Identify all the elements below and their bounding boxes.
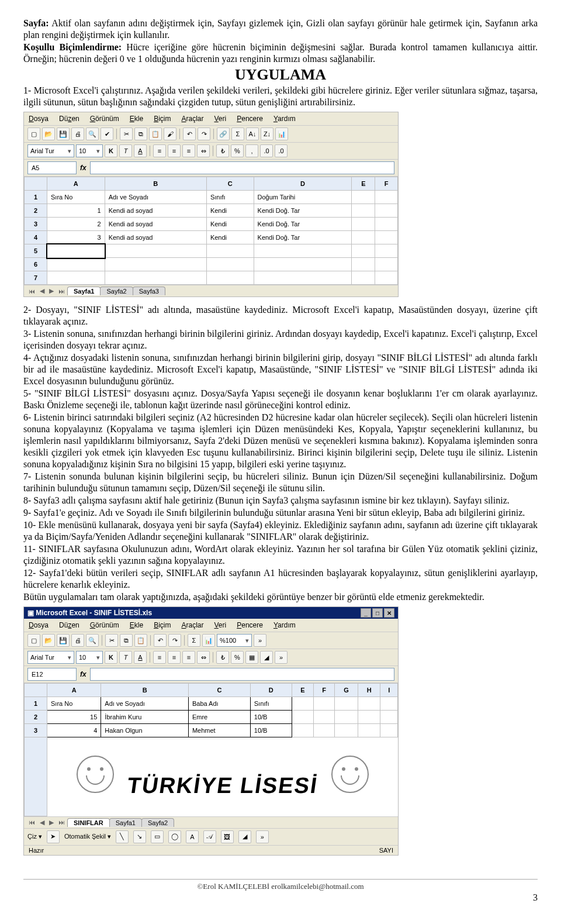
comma-icon[interactable]: , <box>245 144 258 157</box>
menu-item[interactable]: Pencere <box>237 621 263 629</box>
formula-bar[interactable] <box>90 668 394 681</box>
menu-item[interactable]: Dosya <box>29 115 49 123</box>
line-icon[interactable]: ╲ <box>116 830 129 843</box>
more-icon[interactable]: » <box>254 634 266 647</box>
tab-nav-next-icon[interactable]: ▶ <box>47 287 56 295</box>
menu-item[interactable]: Düzen <box>59 621 79 629</box>
percent-icon[interactable]: % <box>231 651 244 664</box>
preview-icon[interactable]: 🔍 <box>86 127 99 140</box>
menu-item[interactable]: Araçlar <box>181 115 203 123</box>
size-combo[interactable]: 10 <box>76 144 103 157</box>
menu-item[interactable]: Biçim <box>154 621 171 629</box>
formula-bar[interactable] <box>90 161 394 174</box>
align-right-icon[interactable]: ≡ <box>182 651 195 664</box>
draw-menu[interactable]: Çiz ▾ <box>27 833 42 840</box>
open-icon[interactable]: 📂 <box>42 634 55 647</box>
menu-item[interactable]: Veri <box>214 621 227 629</box>
underline-icon[interactable]: A <box>134 651 147 664</box>
tab-nav-prev-icon[interactable]: ◀ <box>37 287 47 295</box>
save-icon[interactable]: 💾 <box>57 634 70 647</box>
chart-icon[interactable]: 📊 <box>275 127 288 140</box>
menu-item[interactable]: Ekle <box>130 115 143 123</box>
tab-nav-prev-icon[interactable]: ◀ <box>37 819 47 826</box>
preview-icon[interactable]: 🔍 <box>86 634 99 647</box>
sum-icon[interactable]: Σ <box>231 127 244 140</box>
format-painter-icon[interactable]: 🖌 <box>164 127 176 140</box>
new-icon[interactable]: ▢ <box>27 634 40 647</box>
menu-item[interactable]: Düzen <box>59 115 79 123</box>
bold-icon[interactable]: K <box>105 144 117 157</box>
size-combo[interactable]: 10 <box>76 651 103 664</box>
menu-item[interactable]: Biçim <box>154 115 171 123</box>
currency-icon[interactable]: ₺ <box>216 651 229 664</box>
sheet-tab[interactable]: Sayfa2 <box>141 818 174 827</box>
menu-item[interactable]: Veri <box>214 115 227 123</box>
tab-nav-first-icon[interactable]: ⏮ <box>26 819 37 826</box>
border-icon[interactable]: ▦ <box>245 651 258 664</box>
tab-nav-last-icon[interactable]: ⏭ <box>56 819 67 826</box>
print-icon[interactable]: 🖨 <box>71 127 84 140</box>
undo-icon[interactable]: ↶ <box>154 634 167 647</box>
clipart-icon[interactable]: 🖼 <box>221 830 234 843</box>
currency-icon[interactable]: ₺ <box>216 144 229 157</box>
zoom-combo[interactable]: %100 <box>217 634 252 647</box>
paste-icon[interactable]: 📋 <box>149 127 162 140</box>
spell-icon[interactable]: ✔ <box>101 127 113 140</box>
redo-icon[interactable]: ↷ <box>198 127 210 140</box>
align-left-icon[interactable]: ≡ <box>153 651 166 664</box>
align-left-icon[interactable]: ≡ <box>153 144 166 157</box>
chart-icon[interactable]: 📊 <box>202 634 215 647</box>
pointer-icon[interactable]: ➤ <box>47 830 60 843</box>
oval-icon[interactable]: ◯ <box>168 830 181 843</box>
spreadsheet-grid[interactable]: ABCDEF 1Sıra NoAdı ve SoyadıSınıfıDoğum … <box>24 177 398 285</box>
underline-icon[interactable]: A <box>134 144 147 157</box>
minimize-icon[interactable]: _ <box>361 608 371 618</box>
spreadsheet-grid[interactable]: ABCDEFGHI 1Sıra NoAdı ve SoyadıBaba AdıS… <box>24 683 398 816</box>
textbox-icon[interactable]: A <box>186 830 199 843</box>
merge-icon[interactable]: ⇔ <box>197 651 210 664</box>
undo-icon[interactable]: ↶ <box>183 127 196 140</box>
tab-nav-last-icon[interactable]: ⏭ <box>56 288 67 295</box>
font-combo[interactable]: Arial Tur <box>27 144 74 157</box>
new-icon[interactable]: ▢ <box>27 127 40 140</box>
sum-icon[interactable]: Σ <box>188 634 200 647</box>
menu-item[interactable]: Görünüm <box>90 115 119 123</box>
sort-asc-icon[interactable]: A↓ <box>246 127 259 140</box>
name-box[interactable]: A5 <box>27 161 77 174</box>
menu-item[interactable]: Pencere <box>237 115 263 123</box>
italic-icon[interactable]: T <box>119 144 132 157</box>
cut-icon[interactable]: ✂ <box>120 127 133 140</box>
menu-item[interactable]: Yardım <box>273 621 296 629</box>
sheet-tab[interactable]: Sayfa3 <box>133 287 165 295</box>
more-icon[interactable]: » <box>275 651 288 664</box>
wordart-icon[interactable]: 𝒜 <box>203 830 216 843</box>
align-center-icon[interactable]: ≡ <box>168 144 181 157</box>
dec-dec-icon[interactable]: .0 <box>275 144 288 157</box>
rect-icon[interactable]: ▭ <box>151 830 164 843</box>
merge-icon[interactable]: ⇔ <box>197 144 210 157</box>
tab-nav-next-icon[interactable]: ▶ <box>47 819 56 826</box>
sort-desc-icon[interactable]: Z↓ <box>261 127 273 140</box>
menu-item[interactable]: Ekle <box>130 621 143 629</box>
percent-icon[interactable]: % <box>231 144 244 157</box>
copy-icon[interactable]: ⧉ <box>120 634 133 647</box>
menu-item[interactable]: Yardım <box>273 115 296 123</box>
align-center-icon[interactable]: ≡ <box>168 651 181 664</box>
sheet-tab[interactable]: Sayfa1 <box>109 818 142 827</box>
copy-icon[interactable]: ⧉ <box>134 127 147 140</box>
more-icon[interactable]: » <box>256 830 269 843</box>
save-icon[interactable]: 💾 <box>57 127 70 140</box>
link-icon[interactable]: 🔗 <box>217 127 230 140</box>
redo-icon[interactable]: ↷ <box>168 634 181 647</box>
fill-icon[interactable]: ◢ <box>260 651 273 664</box>
sheet-tab[interactable]: Sayfa1 <box>67 287 101 295</box>
open-icon[interactable]: 📂 <box>42 127 55 140</box>
menu-item[interactable]: Araçlar <box>181 621 203 629</box>
inc-dec-icon[interactable]: .0 <box>260 144 273 157</box>
font-combo[interactable]: Arial Tur <box>27 651 74 664</box>
print-icon[interactable]: 🖨 <box>71 634 84 647</box>
cut-icon[interactable]: ✂ <box>105 634 118 647</box>
autoshape-menu[interactable]: Otomatik Şekil ▾ <box>64 833 111 840</box>
menu-item[interactable]: Dosya <box>29 621 49 629</box>
italic-icon[interactable]: T <box>119 651 132 664</box>
